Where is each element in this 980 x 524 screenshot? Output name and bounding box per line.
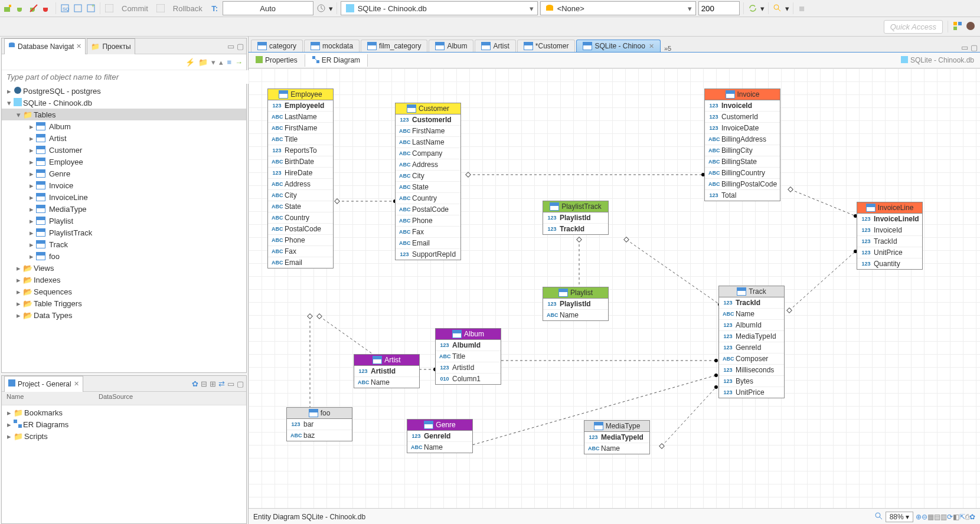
entity-column[interactable]: ABCName xyxy=(584,443,649,454)
sql-editor-icon[interactable]: SQL xyxy=(60,3,70,14)
rollback-icon[interactable] xyxy=(155,3,166,14)
export-icon[interactable]: ⇱ xyxy=(959,513,965,521)
editor-tab-customer[interactable]: *Customer xyxy=(517,40,576,52)
entity-column[interactable]: 123InvoiceId xyxy=(857,225,922,236)
entity-column[interactable]: ABCBillingCity xyxy=(705,145,780,156)
entity-header[interactable]: Album xyxy=(436,329,501,340)
tree-table-playlisttrack[interactable]: ▸PlaylistTrack xyxy=(2,227,246,238)
entity-header[interactable]: Customer xyxy=(396,103,460,114)
minimize-icon[interactable]: ▭ xyxy=(961,43,968,52)
entity-column[interactable]: ABCEmail xyxy=(268,257,333,268)
chevron-down-icon[interactable]: ▾ xyxy=(760,4,765,13)
entity-track[interactable]: Track123TrackIdABCName123AlbumId123Media… xyxy=(718,286,785,398)
entity-genre[interactable]: Genre123GenreIdABCName xyxy=(407,419,473,453)
maximize-icon[interactable]: ▢ xyxy=(971,43,978,52)
plug-red-icon[interactable] xyxy=(41,3,52,14)
entity-column[interactable]: 123ArtistId xyxy=(436,362,501,374)
tree-node-sequences[interactable]: ▸📂Sequences xyxy=(2,286,246,297)
entity-column[interactable]: ABCTitle xyxy=(268,134,333,145)
tree-table-foo[interactable]: ▸foo xyxy=(2,250,246,262)
close-icon[interactable]: ✕ xyxy=(76,42,81,50)
expand-icon[interactable]: ⊞ xyxy=(210,379,216,388)
chevron-down-icon[interactable]: ▾ xyxy=(329,4,333,13)
rollback-button[interactable]: Rollback xyxy=(168,3,207,14)
grid-icon[interactable]: ▤ xyxy=(934,513,940,521)
entity-header[interactable]: Employee xyxy=(268,89,333,100)
database-combo[interactable]: <None> ▾ xyxy=(540,1,696,15)
entity-column[interactable]: ABCPhone xyxy=(396,215,460,227)
link-icon[interactable]: ⇄ xyxy=(218,379,225,388)
tree-node-datatypes[interactable]: ▸📂Data Types xyxy=(2,309,246,321)
entity-column[interactable]: 123Total xyxy=(705,190,780,201)
entity-column[interactable]: 123AlbumId xyxy=(719,320,784,331)
tx-mode-combo[interactable]: Auto xyxy=(223,1,313,15)
history-icon[interactable] xyxy=(316,3,326,14)
entity-column[interactable]: 123ArtistId xyxy=(354,366,419,377)
entity-column[interactable]: ABCBirthDate xyxy=(268,156,333,168)
row-limit-input[interactable] xyxy=(698,1,740,15)
entity-column[interactable]: ABCName xyxy=(354,377,419,388)
refresh-icon[interactable]: ⟳ xyxy=(947,513,953,521)
entity-column[interactable]: 123GenreId xyxy=(407,431,472,442)
entity-column[interactable]: 123CustomerId xyxy=(705,112,780,123)
entity-column[interactable]: ABCPostalCode xyxy=(396,204,460,215)
open-perspective-icon[interactable] xyxy=(953,21,962,32)
datasource-combo[interactable]: SQLite - Chinook.db ▾ xyxy=(341,1,538,15)
editor-tab-mockdata[interactable]: mockdata xyxy=(304,40,360,52)
entity-column[interactable]: ABCCompany xyxy=(396,148,460,159)
columns-icon[interactable]: ▥ xyxy=(940,513,947,521)
entity-invoice[interactable]: Invoice123InvoiceId123CustomerId123Invoi… xyxy=(704,89,780,201)
entity-column[interactable]: 123PlaylistId xyxy=(543,299,608,310)
tab-projects[interactable]: 📁 Проекты xyxy=(87,38,135,54)
entity-foo[interactable]: foo123barABCbaz xyxy=(286,407,352,441)
zoom-out-icon[interactable]: ⊖ xyxy=(922,513,927,521)
entity-customer[interactable]: Customer123CustomerIdABCFirstNameABCLast… xyxy=(395,103,461,260)
gear-icon[interactable]: ✿ xyxy=(192,379,198,388)
new-folder-icon[interactable]: 📁 xyxy=(198,58,208,67)
tab-properties[interactable]: Properties xyxy=(249,54,305,67)
entity-header[interactable]: InvoiceLine xyxy=(857,202,922,214)
entity-column[interactable]: ABCAddress xyxy=(396,159,460,171)
sql-script-icon[interactable] xyxy=(73,3,83,14)
breadcrumb-text[interactable]: SQLite - Chinook.db xyxy=(910,56,974,64)
print-icon[interactable]: ⎙ xyxy=(965,513,969,521)
quick-access-button[interactable]: Quick Access xyxy=(884,20,943,34)
zoom-in-icon[interactable]: ⊕ xyxy=(916,513,922,521)
entity-column[interactable]: ABCName xyxy=(407,442,472,453)
entity-column[interactable]: ABCCity xyxy=(396,171,460,182)
minimize-icon[interactable]: ▭ xyxy=(227,379,234,388)
entity-column[interactable]: ABCName xyxy=(543,310,608,320)
entity-mediatype[interactable]: MediaType123MediaTypeIdABCName xyxy=(584,420,650,454)
entity-playlisttrack[interactable]: PlaylistTrack123PlaylistId123TrackId xyxy=(543,201,609,235)
entity-column[interactable]: ABCLastName xyxy=(268,112,333,123)
er-diagram-canvas[interactable]: Employee123EmployeeIdABCLastNameABCFirst… xyxy=(249,68,980,508)
navigator-filter-input[interactable] xyxy=(2,70,256,84)
tree-node-sqlite[interactable]: ▾SQLite - Chinook.db xyxy=(2,97,246,109)
tab-db-navigator[interactable]: Database Navigat ✕ xyxy=(4,38,86,54)
commit-icon[interactable] xyxy=(104,3,115,14)
entity-column[interactable]: 010Column1 xyxy=(436,374,501,384)
entity-column[interactable]: 123EmployeeId xyxy=(268,100,333,112)
entity-column[interactable]: 123UnitPrice xyxy=(857,247,922,258)
editor-tab-film_category[interactable]: film_category xyxy=(361,40,427,52)
editor-tab-album[interactable]: Album xyxy=(429,40,473,52)
close-icon[interactable]: ✕ xyxy=(649,42,654,50)
palette-icon[interactable]: ◧ xyxy=(953,513,959,521)
tree-table-employee[interactable]: ▸Employee xyxy=(2,156,246,168)
project-item-scripts[interactable]: ▸📁Scripts xyxy=(2,430,246,442)
entity-column[interactable]: 123CustomerId xyxy=(396,114,460,126)
entity-column[interactable]: ABCCountry xyxy=(268,212,333,224)
entity-column[interactable]: ABCState xyxy=(268,201,333,212)
entity-column[interactable]: ABCBillingCountry xyxy=(705,168,780,179)
search-icon[interactable] xyxy=(875,512,883,522)
entity-column[interactable]: 123UnitPrice xyxy=(719,387,784,398)
new-connection-icon[interactable] xyxy=(2,3,13,14)
entity-column[interactable]: 123bar xyxy=(287,419,352,430)
tree-node-views[interactable]: ▸📂Views xyxy=(2,262,246,274)
entity-header[interactable]: Track xyxy=(719,286,784,297)
entity-column[interactable]: 123SupportRepId xyxy=(396,249,460,260)
tree-table-mediatype[interactable]: ▸MediaType xyxy=(2,203,246,215)
dbeaver-perspective-icon[interactable] xyxy=(966,21,975,32)
tab-project-general[interactable]: Project - General ✕ xyxy=(4,376,83,392)
editor-tab-category[interactable]: category xyxy=(251,40,303,52)
